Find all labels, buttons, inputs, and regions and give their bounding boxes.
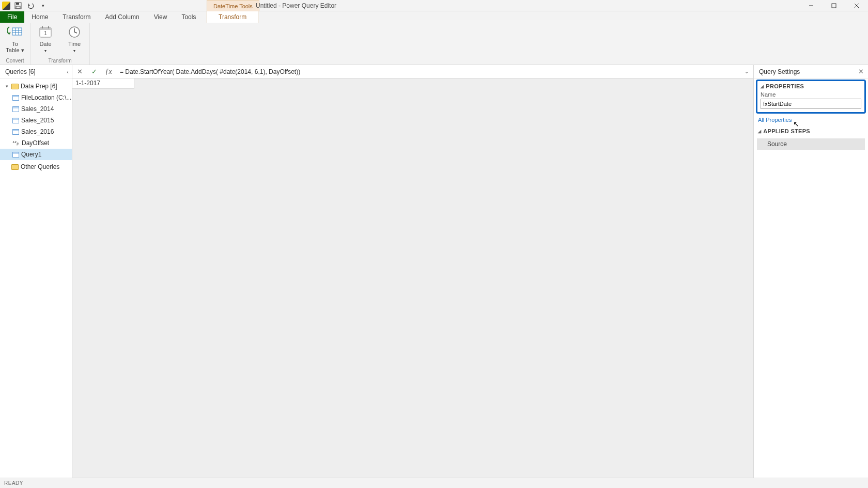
to-table-label-1: To [12,41,18,47]
folder-icon [11,164,19,170]
tab-tools[interactable]: Tools [174,11,203,23]
query-item-label: Sales_2015 [21,117,54,124]
cursor-icon: ↖ [793,120,799,128]
window-title: Untitled - Power Query Editor [256,0,336,11]
time-button-label: Time [68,41,81,47]
ribbon-tabs: File Home Transform Add Column View Tool… [0,11,868,23]
query-item-sales-2016[interactable]: Sales_2016 [0,126,72,137]
query-item-label: Sales_2016 [21,128,54,135]
save-icon[interactable] [13,1,23,10]
accept-formula-icon[interactable]: ✓ [87,65,101,78]
formula-bar: ✕ ✓ ƒx = Date.StartOfYear( Date.AddDays(… [72,65,753,78]
preview-value[interactable]: 1-1-2017 [72,78,134,89]
close-button[interactable] [845,0,868,11]
svg-rect-13 [40,27,51,30]
status-text: READY [4,480,23,486]
ribbon-group-transform: 1 Date▾ Time▾ Transform [30,23,90,65]
date-button-label: Date [39,41,51,47]
query-item-filelocation[interactable]: FileLocation (C:\... [0,92,72,103]
svg-text:1: 1 [44,30,47,36]
properties-label: PROPERTIES [766,83,804,89]
caret-down-icon: ◢ [761,84,764,89]
svg-rect-15 [48,26,49,28]
query-settings-header: Query Settings ✕ [754,65,868,78]
query-group-label: Data Prep [6] [21,83,57,90]
queries-title: Queries [6] [5,68,36,75]
calendar-icon: 1 [38,24,53,40]
fx-icon[interactable]: ƒx [101,65,116,78]
svg-rect-1 [16,3,19,5]
queries-pane: Queries [6] ‹ ▾ Data Prep [6] FileLocati… [0,65,72,478]
app-logo-icon [2,2,10,10]
to-table-label-2: Table ▾ [6,47,24,53]
formula-input[interactable]: = Date.StartOfYear( Date.AddDays( #date(… [116,67,740,77]
time-dropdown-icon: ▾ [73,49,75,53]
table-icon [12,129,19,135]
queries-tree: ▾ Data Prep [6] FileLocation (C:\... Sal… [0,78,72,172]
clock-icon [67,24,82,40]
query-settings-pane: Query Settings ✕ ◢ PROPERTIES Name All P… [753,65,868,478]
table-icon [12,152,19,158]
ribbon-group-convert: ToTable ▾ Convert [0,23,30,65]
applied-steps-list: Source [754,136,868,152]
qat-dropdown-icon[interactable]: ▾ [38,1,48,10]
status-bar: READY [0,478,868,488]
table-icon [12,118,19,123]
caret-down-icon: ◢ [758,129,761,134]
properties-section-title[interactable]: ◢ PROPERTIES [761,83,861,89]
query-group[interactable]: ▾ Data Prep [6] [0,81,72,92]
date-dropdown-icon: ▾ [44,49,47,53]
table-icon [12,106,19,112]
query-item-query1[interactable]: Query1 [0,149,72,160]
query-item-sales-2015[interactable]: Sales_2015 [0,115,72,126]
close-settings-icon[interactable]: ✕ [858,68,864,75]
query-settings-title: Query Settings [759,68,800,75]
query-item-dayoffset[interactable]: ¹²₃ DayOffset [0,137,72,149]
editor-body: Queries [6] ‹ ▾ Data Prep [6] FileLocati… [0,65,868,478]
cancel-formula-icon[interactable]: ✕ [72,65,87,78]
maximize-button[interactable] [823,0,845,11]
contextual-tab-label: DateTime Tools [207,0,259,11]
svg-rect-2 [16,6,20,8]
quick-access-toolbar: ▾ [0,0,48,11]
data-preview: 1-1-2017 ↖ [72,78,753,478]
ribbon: ToTable ▾ Convert 1 Date▾ [0,23,868,65]
name-label: Name [761,91,861,98]
step-source[interactable]: Source [757,138,865,150]
tab-view[interactable]: View [147,11,175,23]
file-tab[interactable]: File [0,11,24,23]
query-group-other[interactable]: Other Queries [0,161,72,172]
center-pane: ✕ ✓ ƒx = Date.StartOfYear( Date.AddDays(… [72,65,753,478]
expand-formula-icon[interactable]: ⌄ [740,69,753,74]
date-button[interactable]: 1 Date▾ [35,24,56,54]
query-item-label: Query1 [21,151,41,158]
tab-add-column[interactable]: Add Column [98,11,147,23]
tab-context-transform[interactable]: Transform [207,11,258,23]
applied-steps-title[interactable]: ◢ APPLIED STEPS [758,128,864,134]
query-item-label: DayOffset [22,139,49,147]
queries-header: Queries [6] ‹ [0,65,72,78]
group-label-convert: Convert [6,58,24,65]
table-icon [12,95,19,101]
tab-home[interactable]: Home [24,11,55,23]
time-button[interactable]: Time▾ [64,24,85,54]
to-table-button[interactable]: ToTable ▾ [4,24,26,53]
collapse-queries-icon[interactable]: ‹ [67,69,69,75]
applied-steps-section: ◢ APPLIED STEPS [754,125,868,136]
tab-transform[interactable]: Transform [55,11,98,23]
query-item-label: Sales_2014 [21,105,54,113]
folder-icon [11,84,19,89]
query-item-sales-2014[interactable]: Sales_2014 [0,103,72,115]
query-name-input[interactable] [761,99,861,109]
all-properties-link[interactable]: All Properties [758,117,864,123]
undo-icon[interactable] [26,1,35,10]
caret-down-icon: ▾ [4,84,9,89]
parameter-icon: ¹²₃ [12,140,20,146]
title-bar: ▾ DateTime Tools Untitled - Power Query … [0,0,868,11]
svg-rect-14 [42,26,43,28]
query-group-label: Other Queries [21,163,59,170]
group-label-transform: Transform [48,58,71,65]
minimize-button[interactable] [800,0,823,11]
query-item-label: FileLocation (C:\... [21,94,71,101]
svg-rect-4 [832,4,836,8]
